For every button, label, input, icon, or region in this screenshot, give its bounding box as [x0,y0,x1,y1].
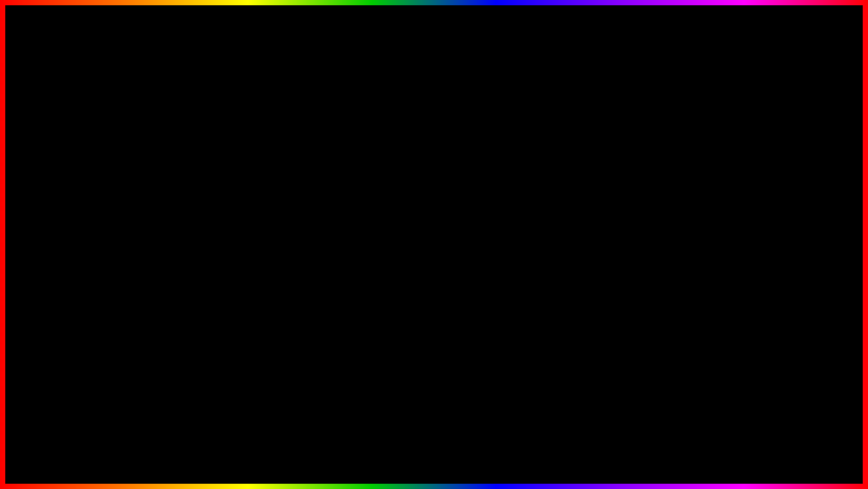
sidebar-back-item-world_teleport[interactable]: World Teleport [224,178,288,191]
mastery-section-divider: Mastery Menu [355,220,547,229]
main-title: BLOX FRUITS [0,9,868,81]
window-front-main: Main Farm Click to Box to Farm, I ready … [350,178,553,319]
svg-point-13 [697,96,710,114]
bf-mastery-row: Auto Farm BF Mastery [355,254,547,269]
title-fruits: FRUITS [420,4,666,85]
window-front-minimize[interactable]: − [524,164,534,174]
svg-point-14 [738,96,751,114]
window-front-controls: − ✕ [524,164,547,174]
mastery-menu-info: Mastery Menu Click To Box to Start Farm … [355,234,432,251]
svg-marker-17 [68,151,76,173]
svg-point-7 [298,103,303,108]
svg-text:FRUITS: FRUITS [756,475,773,480]
mastery-menu-sublabel: Click To Box to Start Farm Mastery [355,242,432,248]
window-back-title: Goblin Hub [229,123,265,130]
auto-farm-label: Auto Farm [355,207,387,215]
title-blox: BLOX [202,4,393,85]
svg-marker-19 [95,209,119,223]
text-script: SCRIPT [369,430,517,475]
window-front-close[interactable]: ✕ [537,164,547,174]
text-update: UPDATE [131,430,294,475]
sidebar-back-item-esp[interactable]: ESP [224,139,288,152]
bf-mastery-toggle[interactable] [538,256,547,265]
svg-rect-38 [746,435,783,439]
bf-mastery-label: Auto Farm BF Mastery [355,256,422,264]
main-farm-sublabel: Click to Box to Farm, I ready update new… [355,193,469,199]
main-farm-label: Main Farm [355,185,469,193]
gun-mastery-toggle[interactable] [538,271,547,280]
window-back-titlebar: Goblin Hub − ✕ [224,118,487,135]
sidebar-back-label-esp: ESP [237,142,249,149]
auto-race-label: Auto Race(V1 - V2 - V3) [294,143,364,151]
sidebar-back-item-local_players[interactable]: Local Players [224,165,288,178]
window-back-controls: − ✕ [459,121,482,131]
sidebar-back-label-raid: Raid [237,155,249,162]
svg-rect-43 [766,461,770,466]
window-back-close[interactable]: ✕ [472,121,482,131]
gun-mastery-row: Auto Farm Gun Mastery [355,269,547,283]
window-front-titlebar: Goblin Hub − ✕ [284,161,553,178]
window-back-minimize[interactable]: − [459,121,468,131]
main-farm-row: Main Farm Click to Box to Farm, I ready … [355,183,547,205]
monster-silhouette [616,45,832,337]
text-20: 20 [306,430,351,475]
sidebar-back-item-raid[interactable]: Raid [224,152,288,165]
window-front-title: Goblin Hub [290,166,326,173]
svg-rect-42 [761,461,765,466]
sidebar-back-dot-world_teleport [229,183,234,187]
sidebar-back-dot-esp [229,144,234,148]
svg-point-8 [309,103,314,108]
sidebar-back-label-local_players: Local Players [237,168,272,175]
auto-farm-toggle[interactable] [538,207,547,216]
svg-point-40 [767,444,777,455]
sidebar-back-dot-raid [229,157,234,161]
auto-race-toggle[interactable] [473,143,482,152]
sidebar-back-label-world_teleport: World Teleport [237,181,274,188]
svg-marker-21 [25,209,49,223]
mastery-menu-row: Mastery Menu Click To Box to Start Farm … [355,232,547,254]
main-farm-info: Main Farm Click to Box to Farm, I ready … [355,185,469,202]
auto-farm-row: Auto Farm [355,205,547,220]
svg-point-39 [752,444,762,455]
blox-fruits-logo: BLOX FRUITS [715,426,814,480]
mastery-menu-label: Mastery Menu [355,234,432,242]
gun-mastery-label: Auto Farm Gun Mastery [355,271,427,278]
sidebar-back-dot-status_sever [229,196,234,200]
sidebar-back-dot-local_players [229,170,234,174]
auto-race-row: Auto Race(V1 - V2 - V3) [294,140,482,155]
text-pastebin: PASTEBIN [535,430,737,475]
heart-logo [22,148,121,247]
svg-rect-41 [756,461,760,466]
svg-point-28 [67,191,71,195]
